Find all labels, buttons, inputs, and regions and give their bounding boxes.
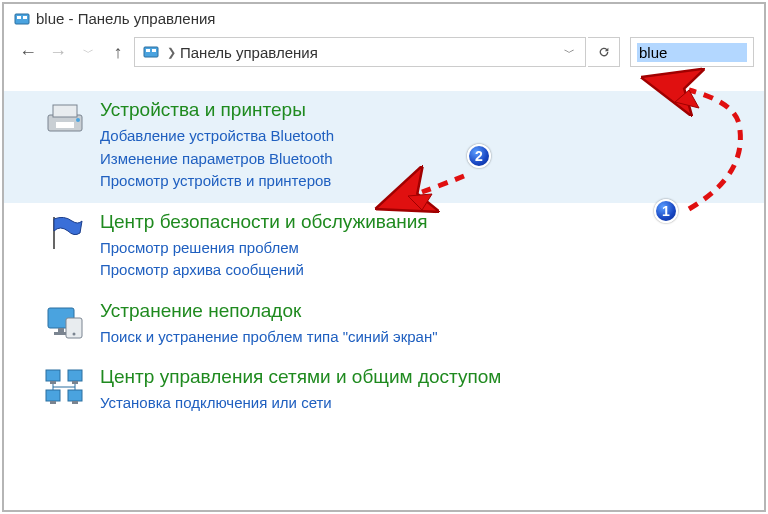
result-title[interactable]: Центр безопасности и обслуживания bbox=[100, 211, 748, 233]
svg-rect-22 bbox=[68, 390, 82, 401]
control-panel-icon bbox=[14, 11, 30, 27]
annotation-badge-1: 1 bbox=[654, 199, 678, 223]
result-item-network[interactable]: Центр управления сетями и общим доступом… bbox=[4, 358, 764, 425]
svg-rect-2 bbox=[23, 16, 27, 19]
svg-rect-7 bbox=[53, 105, 77, 117]
svg-point-9 bbox=[76, 118, 80, 122]
svg-rect-21 bbox=[50, 401, 56, 404]
devices-printers-icon bbox=[44, 99, 86, 141]
svg-rect-16 bbox=[46, 370, 60, 381]
result-link[interactable]: Просмотр архива сообщений bbox=[100, 259, 748, 282]
svg-rect-20 bbox=[46, 390, 60, 401]
svg-rect-17 bbox=[50, 381, 56, 384]
chevron-right-icon: ❯ bbox=[167, 46, 176, 59]
control-panel-icon bbox=[143, 44, 159, 60]
back-button[interactable]: ← bbox=[14, 38, 42, 66]
results-list: Устройства и принтеры Добавление устройс… bbox=[4, 73, 764, 425]
result-link[interactable]: Просмотр устройств и принтеров bbox=[100, 170, 748, 193]
svg-rect-8 bbox=[56, 122, 74, 128]
window-titlebar: blue - Панель управления bbox=[4, 4, 764, 31]
svg-rect-4 bbox=[146, 49, 150, 52]
forward-button[interactable]: → bbox=[44, 38, 72, 66]
result-title[interactable]: Центр управления сетями и общим доступом bbox=[100, 366, 748, 388]
svg-rect-23 bbox=[72, 401, 78, 404]
result-link[interactable]: Поиск и устранение проблем типа "синий э… bbox=[100, 326, 748, 349]
svg-rect-19 bbox=[72, 381, 78, 384]
result-title[interactable]: Устранение неполадок bbox=[100, 300, 748, 322]
result-link[interactable]: Добавление устройства Bluetooth bbox=[100, 125, 748, 148]
recent-dropdown[interactable]: ﹀ bbox=[74, 38, 102, 66]
result-item-troubleshoot[interactable]: Устранение неполадок Поиск и устранение … bbox=[4, 292, 764, 359]
troubleshoot-icon bbox=[44, 300, 86, 342]
result-title[interactable]: Устройства и принтеры bbox=[100, 99, 748, 121]
result-item-devices[interactable]: Устройства и принтеры Добавление устройс… bbox=[4, 91, 764, 203]
search-input[interactable] bbox=[637, 43, 747, 62]
annotation-badge-2: 2 bbox=[467, 144, 491, 168]
up-button[interactable]: ↑ bbox=[104, 38, 132, 66]
window-title: blue - Панель управления bbox=[36, 10, 216, 27]
security-flag-icon bbox=[44, 211, 86, 253]
result-item-security[interactable]: Центр безопасности и обслуживания Просмо… bbox=[4, 203, 764, 292]
result-link[interactable]: Изменение параметров Bluetooth bbox=[100, 148, 748, 171]
address-bar[interactable]: ❯ Панель управления ﹀ bbox=[134, 37, 586, 67]
network-icon bbox=[44, 366, 86, 408]
chevron-down-icon[interactable]: ﹀ bbox=[558, 45, 581, 60]
svg-point-15 bbox=[73, 332, 76, 335]
search-box[interactable] bbox=[630, 37, 754, 67]
svg-rect-5 bbox=[152, 49, 156, 52]
refresh-button[interactable] bbox=[588, 37, 620, 67]
result-link[interactable]: Просмотр решения проблем bbox=[100, 237, 748, 260]
result-link[interactable]: Установка подключения или сети bbox=[100, 392, 748, 415]
breadcrumb-text[interactable]: Панель управления bbox=[180, 44, 318, 61]
navigation-bar: ← → ﹀ ↑ ❯ Панель управления ﹀ bbox=[4, 31, 764, 73]
svg-rect-18 bbox=[68, 370, 82, 381]
svg-rect-12 bbox=[58, 328, 64, 332]
svg-rect-1 bbox=[17, 16, 21, 19]
